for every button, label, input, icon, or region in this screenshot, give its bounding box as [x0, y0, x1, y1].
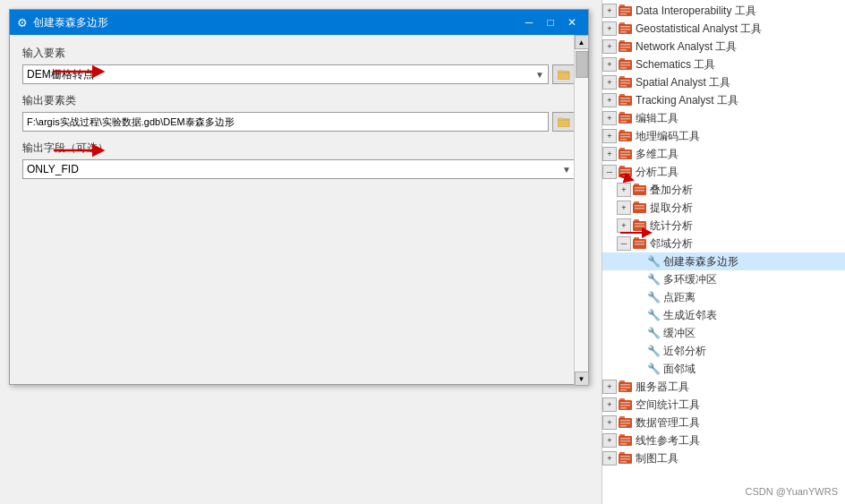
input-value: DEM栅格转点 [27, 67, 94, 82]
scroll-up-button[interactable]: ▲ [575, 35, 589, 49]
tree-item-analysis[interactable]: ─ 分析工具 [602, 163, 845, 181]
toolbox-icon-data-mgmt [619, 415, 633, 431]
expand-icon-statistics[interactable]: + [617, 218, 631, 233]
input-browse-button[interactable] [552, 64, 576, 84]
svg-rect-28 [619, 94, 625, 97]
svg-rect-40 [620, 136, 630, 138]
toolbox-icon-analysis [619, 165, 633, 180]
field-dropdown-arrow-icon: ▼ [562, 165, 571, 175]
expand-icon-extract[interactable]: + [617, 201, 631, 215]
tree-item-geocoding[interactable]: + 地理编码工具 [602, 127, 845, 145]
svg-rect-61 [634, 219, 639, 222]
svg-rect-67 [635, 243, 644, 245]
tree-item-3d[interactable]: + 多维工具 [602, 145, 845, 163]
dialog-content: 输入要素 DEM栅格转点 ▼ 输出要素类 [10, 35, 588, 199]
svg-rect-26 [620, 85, 627, 87]
tree-item-schematics[interactable]: + Schematics 工具 [602, 56, 845, 73]
output-label: 输出要素类 [22, 93, 576, 108]
svg-rect-69 [619, 380, 625, 383]
tree-item-near-analysis[interactable]: 🔧近邻分析 [602, 342, 845, 360]
close-button[interactable]: ✕ [563, 15, 581, 30]
svg-rect-89 [619, 452, 625, 455]
svg-rect-45 [620, 154, 630, 156]
scroll-down-button[interactable]: ▼ [575, 372, 589, 386]
tree-label-gen-near: 生成近邻表 [663, 308, 717, 323]
svg-rect-92 [620, 461, 627, 463]
expand-icon-edit-tools[interactable]: + [602, 111, 617, 125]
svg-rect-74 [619, 398, 625, 401]
tree-item-edit-tools[interactable]: + 编辑工具 [602, 109, 845, 127]
tree-item-network-analyst[interactable]: + Network Analyst 工具 [602, 38, 845, 56]
svg-rect-59 [635, 208, 644, 209]
svg-rect-21 [620, 67, 627, 69]
output-browse-button[interactable] [552, 112, 576, 132]
maximize-button[interactable]: □ [542, 15, 559, 30]
expand-icon-network-analyst[interactable]: + [602, 39, 617, 54]
output-input[interactable] [22, 112, 549, 132]
svg-rect-91 [620, 458, 630, 460]
svg-rect-66 [635, 241, 644, 243]
tree-container[interactable]: + Data Interoperability 工具+ Geostatistic… [602, 0, 845, 504]
output-feature-group: 输出要素类 [22, 93, 576, 132]
tree-item-gen-near[interactable]: 🔧生成近邻表 [602, 306, 845, 324]
expand-icon-3d[interactable]: + [602, 147, 617, 161]
expand-icon-data-interop[interactable]: + [602, 4, 617, 18]
svg-rect-0 [558, 72, 569, 80]
tree-label-schematics: Schematics 工具 [636, 57, 715, 73]
tree-item-multi-buffer[interactable]: 🔧多环缓冲区 [602, 270, 845, 288]
tree-item-linear-ref[interactable]: + 线性参考工具 [602, 431, 845, 449]
expand-icon-analysis[interactable]: ─ [602, 165, 617, 179]
tree-item-geostatistical[interactable]: + Geostatistical Analyst 工具 [602, 20, 845, 38]
expand-icon-proximity[interactable]: ─ [617, 236, 631, 251]
svg-rect-3 [619, 4, 625, 7]
field-dropdown[interactable]: ONLY_FID ▼ [22, 159, 576, 179]
tree-label-linear-ref: 线性参考工具 [636, 433, 700, 448]
tree-item-thiessen[interactable]: 🔧创建泰森多边形 [602, 252, 845, 270]
expand-icon-geocoding[interactable]: + [602, 129, 617, 143]
tree-item-tracking-analyst[interactable]: + Tracking Analyst 工具 [602, 91, 845, 109]
tree-item-extract[interactable]: + 提取分析 [602, 199, 845, 217]
tree-label-data-interop: Data Interoperability 工具 [636, 4, 756, 19]
tree-item-buffer[interactable]: 🔧缓冲区 [602, 324, 845, 342]
tree-label-point-dist: 点距离 [663, 290, 696, 305]
toolbox-icon-geocoding [619, 129, 633, 144]
expand-icon-geostatistical[interactable]: + [602, 21, 617, 36]
expand-icon-data-mgmt[interactable]: + [602, 415, 617, 430]
field-row: ONLY_FID ▼ [22, 159, 576, 179]
expand-icon-linear-ref[interactable]: + [602, 433, 617, 448]
tree-item-cartography[interactable]: + 制图工具 [602, 449, 845, 467]
expand-icon-schematics[interactable]: + [602, 57, 617, 72]
tree-label-3d: 多维工具 [636, 147, 679, 162]
tree-item-statistics[interactable]: + 统计分析 [602, 217, 845, 235]
tree-item-proximity[interactable]: ─ 邻域分析 [602, 235, 845, 252]
svg-rect-44 [620, 151, 630, 153]
expand-icon-tracking-analyst[interactable]: + [602, 93, 617, 107]
svg-rect-85 [620, 438, 630, 440]
svg-rect-49 [620, 169, 630, 171]
input-dropdown[interactable]: DEM栅格转点 ▼ [22, 64, 549, 84]
tree-item-point-dist[interactable]: 🔧点距离 [602, 288, 845, 306]
toolbox-icon-edit-tools [619, 111, 633, 126]
scroll-thumb[interactable] [576, 51, 588, 78]
dialog-scrollbar[interactable]: ▲ ▼ [574, 35, 588, 386]
tree-item-overlay[interactable]: + 叠加分析 [602, 181, 845, 199]
tree-item-data-mgmt[interactable]: + 数据管理工具 [602, 414, 845, 431]
tool-icon-near-analysis: 🔧 [647, 345, 661, 357]
expand-icon-spatial-stats[interactable]: + [602, 397, 617, 412]
tree-item-spatial-analyst[interactable]: + Spatial Analyst 工具 [602, 73, 845, 91]
toolbox-icon-spatial-analyst [619, 75, 633, 90]
tool-icon-buffer: 🔧 [647, 327, 661, 339]
expand-icon-cartography[interactable]: + [602, 451, 617, 466]
expand-icon-server-tools[interactable]: + [602, 380, 617, 394]
expand-icon-overlay[interactable]: + [617, 183, 631, 197]
expand-icon-spatial-analyst[interactable]: + [602, 75, 617, 90]
minimize-button[interactable]: ─ [520, 15, 538, 30]
tree-label-multi-buffer: 多环缓冲区 [663, 272, 717, 287]
svg-rect-19 [620, 62, 630, 64]
tree-item-spatial-stats[interactable]: + 空间统计工具 [602, 396, 845, 414]
tool-icon-thiessen: 🔧 [647, 255, 661, 268]
tree-item-server-tools[interactable]: + 服务器工具 [602, 378, 845, 396]
svg-rect-50 [620, 172, 630, 174]
tree-item-data-interop[interactable]: + Data Interoperability 工具 [602, 2, 845, 20]
tree-item-polygon-neighbors[interactable]: 🔧面邻域 [602, 360, 845, 378]
